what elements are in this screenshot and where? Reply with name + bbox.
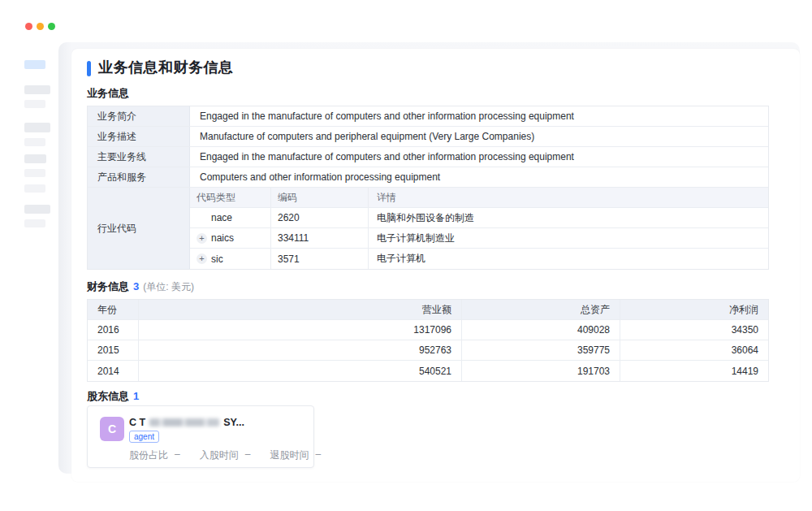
- stat-value: –: [315, 448, 321, 462]
- column-header: 营业额: [139, 300, 462, 319]
- finance-header-row: 年份 营业额 总资产 净利润: [88, 300, 768, 320]
- stat-exit-time: 退股时间 –: [270, 448, 321, 462]
- column-header: 编码: [271, 188, 369, 207]
- row-value: Computers and other information processi…: [190, 167, 768, 187]
- finance-count-badge: 3: [133, 280, 139, 292]
- row-label: 业务简介: [88, 106, 190, 126]
- subtable-header-row: 代码类型 编码 详情: [190, 188, 768, 208]
- sidebar-skeleton-item: [24, 219, 45, 227]
- column-header: 总资产: [462, 300, 620, 319]
- table-row: 业务描述 Manufacture of computers and periph…: [88, 127, 768, 147]
- profit-cell: 34350: [620, 320, 768, 340]
- code-detail: 电子计算机: [369, 249, 768, 269]
- assets-cell: 191703: [462, 361, 620, 381]
- table-row: 主要业务线 Engaged in the manufacture of comp…: [88, 147, 768, 167]
- revenue-cell: 952763: [139, 340, 462, 360]
- code-detail: 电子计算机制造业: [369, 228, 768, 248]
- sidebar-skeleton-item: [24, 138, 45, 146]
- redacted-name-segment: [149, 418, 219, 427]
- row-label: 主要业务线: [88, 147, 190, 167]
- code-type-cell: + sic: [190, 249, 271, 269]
- expand-icon[interactable]: +: [197, 233, 207, 244]
- sidebar-skeleton-item: [24, 169, 45, 177]
- shareholder-name-prefix: C T: [129, 417, 145, 428]
- profit-cell: 36064: [620, 340, 768, 360]
- code-row-nace: nace 2620 电脑和外围设备的制造: [190, 208, 768, 228]
- code-type: sic: [211, 253, 223, 265]
- shareholder-count-badge: 1: [133, 390, 139, 402]
- column-header: 净利润: [620, 300, 768, 319]
- sidebar-skeleton-item: [24, 205, 50, 214]
- code-type: nace: [211, 212, 232, 223]
- revenue-cell: 1317096: [139, 320, 462, 340]
- business-info-table: 业务简介 Engaged in the manufacture of compu…: [87, 106, 769, 270]
- stat-label: 股份占比: [129, 448, 168, 462]
- agent-tag-badge: agent: [129, 431, 159, 443]
- close-window-button[interactable]: [25, 23, 32, 30]
- code-type-cell: nace: [190, 208, 271, 227]
- content-card: 业务信息和财务信息 业务信息 业务简介 Engaged in the manuf…: [71, 49, 800, 482]
- row-value: Manufacture of computers and peripheral …: [190, 127, 768, 146]
- stat-label: 退股时间: [270, 448, 309, 462]
- sidebar-skeleton-item: [24, 123, 50, 132]
- sidebar-skeleton-item: [24, 184, 45, 193]
- code-value: 3571: [271, 249, 369, 269]
- code-row-naics: + naics 334111 电子计算机制造业: [190, 228, 768, 249]
- column-header: 代码类型: [190, 188, 271, 207]
- table-row: 产品和服务 Computers and other information pr…: [88, 167, 768, 188]
- year-cell: 2015: [88, 340, 139, 360]
- expand-icon[interactable]: +: [197, 253, 207, 264]
- zoom-window-button[interactable]: [48, 23, 55, 30]
- assets-cell: 409028: [462, 320, 620, 340]
- sidebar-skeleton-item: [24, 100, 45, 108]
- row-label: 行业代码: [88, 188, 190, 269]
- finance-table: 年份 营业额 总资产 净利润 2016 1317096 409028 34350…: [87, 299, 769, 382]
- sidebar-skeleton-item: [24, 154, 46, 163]
- finance-unit-note: (单位: 美元): [143, 281, 194, 292]
- row-label: 产品和服务: [88, 167, 190, 187]
- finance-section-title: 财务信息3(单位: 美元): [87, 279, 194, 294]
- code-type-cell: + naics: [190, 228, 271, 248]
- sidebar-skeleton-item-active: [24, 60, 45, 69]
- app-window: 业务信息和财务信息 业务信息 业务简介 Engaged in the manuf…: [0, 0, 812, 511]
- column-header: 详情: [369, 188, 768, 207]
- row-value: Engaged in the manufacture of computers …: [190, 106, 768, 126]
- shareholder-name: C T SY...: [129, 417, 244, 428]
- code-value: 2620: [271, 208, 369, 227]
- window-controls: [25, 23, 55, 30]
- table-row: 业务简介 Engaged in the manufacture of compu…: [88, 106, 768, 127]
- finance-section-title-text: 财务信息: [87, 280, 129, 292]
- finance-row: 2016 1317096 409028 34350: [88, 320, 768, 340]
- stat-value: –: [175, 448, 180, 462]
- business-section-title: 业务信息: [87, 86, 129, 101]
- profit-cell: 14419: [620, 361, 768, 381]
- shareholder-name-suffix: SY...: [223, 417, 244, 428]
- assets-cell: 359775: [462, 340, 620, 360]
- year-cell: 2016: [88, 320, 139, 340]
- title-accent-bar: [87, 61, 91, 76]
- code-type: naics: [211, 232, 234, 244]
- shareholder-stats: 股份占比 – 入股时间 – 退股时间 –: [129, 448, 321, 462]
- row-value: Engaged in the manufacture of computers …: [190, 147, 768, 167]
- avatar: C: [100, 417, 124, 441]
- finance-row: 2015 952763 359775 36064: [88, 340, 768, 361]
- industry-codes-subtable: 代码类型 编码 详情 nace 2620 电脑和外围设备的制造 +: [190, 188, 768, 269]
- stat-label: 入股时间: [200, 448, 239, 462]
- minimize-window-button[interactable]: [37, 23, 44, 30]
- year-cell: 2014: [88, 361, 139, 381]
- finance-row: 2014 540521 191703 14419: [88, 361, 768, 381]
- sidebar-skeleton-item: [24, 85, 50, 94]
- code-row-sic: + sic 3571 电子计算机: [190, 249, 768, 269]
- stat-value: –: [245, 448, 251, 462]
- industry-codes-row: 行业代码 代码类型 编码 详情 nace 2620 电脑和外围设备的制造: [88, 188, 768, 269]
- business-section-title-text: 业务信息: [87, 87, 129, 99]
- shareholder-section-title-text: 股东信息: [87, 390, 129, 402]
- column-header: 年份: [88, 300, 139, 319]
- code-value: 334111: [271, 228, 369, 248]
- stat-share-ratio: 股份占比 –: [129, 448, 180, 462]
- revenue-cell: 540521: [139, 361, 462, 381]
- page-title: 业务信息和财务信息: [98, 58, 234, 77]
- shareholder-card[interactable]: C C T SY... agent 股份占比 – 入股时间 – 退股时间 –: [87, 405, 314, 468]
- row-label: 业务描述: [88, 127, 190, 146]
- shareholder-section-title: 股东信息1: [87, 389, 139, 404]
